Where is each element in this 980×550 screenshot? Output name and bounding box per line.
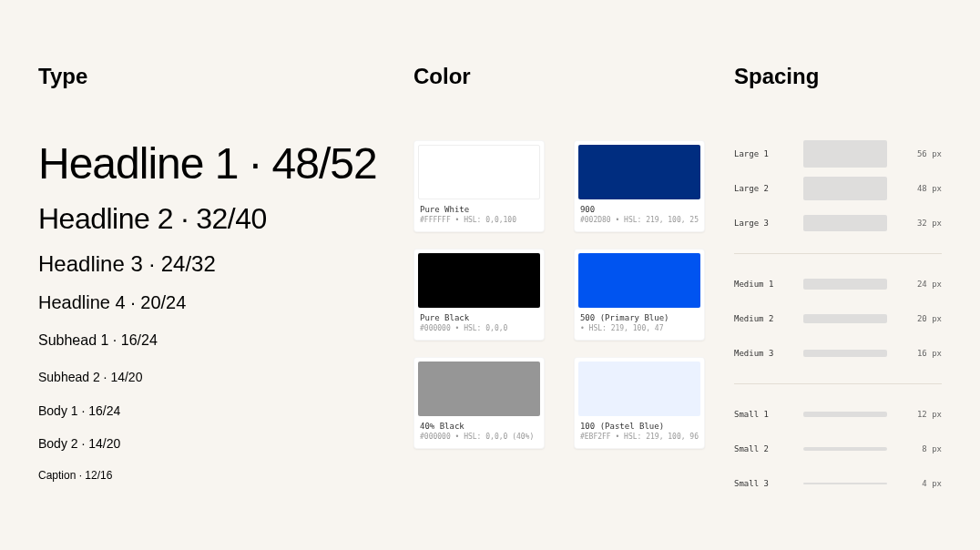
spacing-label: Medium 3 <box>734 349 792 358</box>
type-subhead1: Subhead 1 · 16/24 <box>38 330 384 351</box>
spacing-row: Small 2 8 px <box>734 435 942 463</box>
spacing-label: Small 1 <box>734 410 792 419</box>
swatch-40-black: 40% Black #000000 • HSL: 0,0,0 (40%) <box>413 357 545 449</box>
type-section: Type Headline 1 · 48/52 Headline 2 · 32/… <box>38 64 384 512</box>
type-h3: Headline 3 · 24/32 <box>38 250 384 279</box>
type-h2: Headline 2 · 32/40 <box>38 200 384 237</box>
spacing-bar <box>803 483 887 484</box>
spacing-row: Medium 2 20 px <box>734 305 942 332</box>
spacing-bar <box>803 215 887 231</box>
spacing-heading: Spacing <box>734 64 942 89</box>
spacing-large-group: Large 1 56 px Large 2 48 px Large 3 32 p… <box>734 140 942 254</box>
spacing-bar <box>803 412 887 417</box>
spacing-row: Large 2 48 px <box>734 175 942 202</box>
spacing-bar <box>803 177 887 200</box>
swatch-name: Pure Black <box>418 308 540 324</box>
spacing-label: Medium 1 <box>734 280 792 289</box>
swatch-meta: • HSL: 219, 100, 47 <box>578 324 700 336</box>
spacing-bar <box>803 350 887 357</box>
spacing-medium-group: Medium 1 24 px Medium 2 20 px Medium 3 1… <box>734 270 942 384</box>
swatch-900: 900 #002D80 • HSL: 219, 100, 25 <box>574 140 705 232</box>
spacing-value: 12 px <box>917 410 942 419</box>
spacing-row: Large 3 32 px <box>734 209 942 237</box>
type-body2: Body 2 · 14/20 <box>38 435 384 452</box>
spacing-value: 16 px <box>917 349 942 358</box>
spacing-value: 48 px <box>917 184 942 193</box>
spacing-row: Small 1 12 px <box>734 401 942 428</box>
spacing-bar <box>803 314 887 323</box>
type-caption: Caption · 12/16 <box>38 468 384 483</box>
type-subhead2: Subhead 2 · 14/20 <box>38 368 384 386</box>
swatch-meta: #002D80 • HSL: 219, 100, 25 <box>578 216 700 228</box>
type-body1: Body 1 · 16/24 <box>38 402 384 419</box>
type-h4: Headline 4 · 20/24 <box>38 291 384 313</box>
spacing-bar <box>803 140 887 168</box>
swatch-meta: #000000 • HSL: 0,0,0 <box>418 324 540 336</box>
spacing-label: Large 2 <box>734 184 792 193</box>
spacing-value: 4 px <box>922 479 942 488</box>
spacing-small-group: Small 1 12 px Small 2 8 px Small 3 4 px <box>734 401 942 497</box>
swatch-preview <box>418 362 540 416</box>
spacing-row: Medium 1 24 px <box>734 270 942 298</box>
swatch-name: Pure White <box>418 199 540 216</box>
spacing-label: Large 3 <box>734 219 792 228</box>
spacing-row: Small 3 4 px <box>734 470 942 497</box>
swatch-pure-white: Pure White #FFFFFF • HSL: 0,0,100 <box>413 140 545 232</box>
swatch-meta: #000000 • HSL: 0,0,0 (40%) <box>418 433 540 444</box>
swatch-preview <box>578 362 700 416</box>
swatch-name: 100 (Pastel Blue) <box>578 416 700 433</box>
color-section: Color Pure White #FFFFFF • HSL: 0,0,100 … <box>413 64 705 512</box>
spacing-bar <box>803 447 887 451</box>
spacing-section: Spacing Large 1 56 px Large 2 48 px Larg… <box>734 64 942 512</box>
swatch-name: 500 (Primary Blue) <box>578 308 700 324</box>
spacing-value: 8 px <box>922 444 942 453</box>
spacing-bar <box>803 279 887 290</box>
swatch-500: 500 (Primary Blue) • HSL: 219, 100, 47 <box>574 249 705 341</box>
spacing-label: Small 3 <box>734 479 792 488</box>
color-heading: Color <box>413 64 705 89</box>
swatch-preview <box>578 145 700 199</box>
swatch-meta: #FFFFFF • HSL: 0,0,100 <box>418 216 540 228</box>
swatch-meta: #EBF2FF • HSL: 219, 100, 96 <box>578 433 700 444</box>
spacing-row: Medium 3 16 px <box>734 340 942 367</box>
type-heading: Type <box>38 64 384 89</box>
spacing-value: 20 px <box>917 314 942 323</box>
swatch-100: 100 (Pastel Blue) #EBF2FF • HSL: 219, 10… <box>574 357 705 449</box>
swatch-preview <box>418 145 540 199</box>
swatch-name: 40% Black <box>418 416 540 433</box>
swatch-pure-black: Pure Black #000000 • HSL: 0,0,0 <box>413 249 545 341</box>
spacing-label: Small 2 <box>734 444 792 453</box>
spacing-label: Medium 2 <box>734 314 792 323</box>
swatch-preview <box>418 253 540 308</box>
spacing-row: Large 1 56 px <box>734 140 942 168</box>
swatch-preview <box>578 253 700 308</box>
spacing-value: 24 px <box>917 280 942 289</box>
spacing-value: 32 px <box>917 219 942 228</box>
type-h1: Headline 1 · 48/52 <box>38 140 384 188</box>
swatch-name: 900 <box>578 199 700 216</box>
spacing-value: 56 px <box>917 149 942 158</box>
spacing-label: Large 1 <box>734 149 792 158</box>
